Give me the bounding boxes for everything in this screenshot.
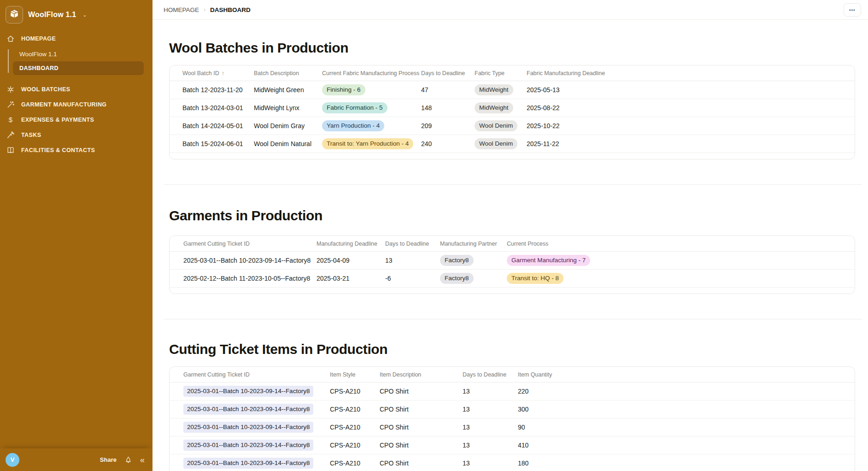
column-header-days-to-deadline[interactable]: Days to Deadline	[463, 371, 518, 378]
item-quantity: 90	[518, 424, 855, 431]
item-quantity: 410	[518, 442, 855, 449]
more-options-button[interactable]: ⋯	[844, 3, 861, 17]
column-header-batch-description[interactable]: Batch Description	[254, 70, 322, 77]
sidebar-item-label: WoolFlow 1.1	[19, 51, 57, 58]
days-to-deadline: 13	[463, 424, 518, 431]
app-logo[interactable]	[6, 6, 23, 24]
batch-description: MidWeight Lynx	[254, 104, 322, 112]
column-header-item-style[interactable]: Item Style	[330, 371, 380, 378]
app-title: WoolFlow 1.1	[28, 11, 76, 19]
item-quantity: 300	[518, 406, 855, 413]
package-box-icon	[9, 9, 19, 21]
main-area: HOMEPAGE › DASHBOARD ⋯ Wool Batches in P…	[152, 0, 868, 471]
table-row[interactable]: 2025-03-01--Batch 10-2023-09-14--Factory…	[170, 454, 855, 471]
table-row[interactable]: 2025-03-01--Batch 10-2023-09-14--Factory…	[170, 252, 855, 270]
app-window: WoolFlow 1.1 ⌄ HOMEPAGE WoolFlow 1.1 DAS…	[0, 0, 868, 471]
sidebar-item-tasks[interactable]: TASKS	[0, 127, 152, 142]
column-header-manufacturing-deadline[interactable]: Manufacturing Deadline	[317, 241, 385, 247]
section-title: Garments in Production	[169, 208, 855, 224]
item-style: CPS-A210	[330, 388, 380, 395]
manufacturing-deadline: 2025-04-09	[317, 257, 385, 264]
item-style: CPS-A210	[330, 424, 380, 431]
column-header-days-to-deadline[interactable]: Days to Deadline	[421, 70, 475, 77]
magic-wand-icon	[6, 100, 15, 109]
garment-cutting-ticket-id: 2025-03-01--Batch 10-2023-09-14--Factory…	[183, 257, 317, 264]
table-row[interactable]: 2025-03-01--Batch 10-2023-09-14--Factory…	[170, 383, 855, 400]
column-header-days-to-deadline[interactable]: Days to Deadline	[385, 241, 440, 247]
wool-batch-id: Batch 12-2023-11-20	[182, 86, 254, 94]
table-row[interactable]: Batch 13-2024-03-01 MidWeight Lynx Fabri…	[170, 99, 855, 117]
home-icon	[6, 35, 15, 43]
sidebar-item-wool-batches[interactable]: WOOL BATCHES	[0, 82, 152, 97]
breadcrumb-separator-icon: ›	[204, 6, 205, 13]
item-description: CPO Shirt	[380, 406, 463, 413]
process-status-badge: Transit to: Yarn Production - 4	[322, 138, 413, 149]
column-header-item-description[interactable]: Item Description	[380, 371, 463, 378]
sidebar-item-dashboard[interactable]: DASHBOARD	[13, 61, 144, 75]
chevron-down-icon: ⌄	[82, 12, 87, 18]
sidebar-footer: V Share «	[0, 448, 152, 471]
breadcrumb-homepage[interactable]: HOMEPAGE	[164, 6, 199, 13]
column-header-cutting-ticket-id[interactable]: Garment Cutting Ticket ID	[183, 241, 317, 247]
column-header-current-process[interactable]: Current Process	[507, 241, 855, 247]
cutting-ticket-relation-chip[interactable]: 2025-03-01--Batch 10-2023-09-14--Factory…	[183, 440, 313, 450]
section-wool-batches: Wool Batches in Production Wool Batch ID…	[169, 20, 855, 159]
fabric-type-badge: Wool Denim	[475, 120, 517, 131]
days-to-deadline: -6	[385, 275, 440, 282]
table-row[interactable]: 2025-02-12--Batch 11-2023-10-05--Factory…	[170, 270, 855, 288]
column-header-manufacturing-partner[interactable]: Manufacturing Partner	[440, 241, 507, 247]
sidebar-item-label: FACILITIES & CONTACTS	[21, 147, 95, 153]
topbar: HOMEPAGE › DASHBOARD ⋯	[152, 0, 868, 20]
table-row[interactable]: 2025-03-01--Batch 10-2023-09-14--Factory…	[170, 418, 855, 436]
table-row[interactable]: 2025-03-01--Batch 10-2023-09-14--Factory…	[170, 400, 855, 418]
column-header-current-process[interactable]: Current Fabric Manufacturing Process	[322, 70, 421, 77]
sidebar-item-homepage[interactable]: HOMEPAGE	[0, 31, 152, 46]
wool-batch-id: Batch 14-2024-05-01	[182, 122, 254, 130]
batch-description: Wool Denim Natural	[254, 140, 322, 147]
notifications-bell-icon[interactable]	[124, 456, 132, 464]
sidebar-item-facilities-contacts[interactable]: FACILITIES & CONTACTS	[0, 142, 152, 158]
fabric-deadline: 2025-11-22	[527, 140, 855, 147]
days-to-deadline: 13	[463, 406, 518, 413]
table-row[interactable]: Batch 15-2024-06-01 Wool Denim Natural T…	[170, 135, 855, 153]
batch-description: Wool Denim Gray	[254, 122, 322, 130]
fabric-deadline: 2025-08-22	[527, 104, 855, 112]
process-status-badge: Garment Manufacturing - 7	[507, 255, 590, 265]
manufacturing-deadline: 2025-03-21	[317, 275, 385, 282]
breadcrumb-dashboard[interactable]: DASHBOARD	[210, 6, 251, 13]
sidebar: WoolFlow 1.1 ⌄ HOMEPAGE WoolFlow 1.1 DAS…	[0, 0, 152, 471]
tree-indent-line	[8, 49, 9, 73]
table-row[interactable]: 2025-03-01--Batch 10-2023-09-14--Factory…	[170, 436, 855, 454]
table-header-row: Garment Cutting Ticket ID Item Style Ite…	[170, 367, 855, 383]
item-description: CPO Shirt	[380, 388, 463, 395]
collapse-sidebar-icon[interactable]: «	[140, 456, 145, 464]
open-book-icon	[6, 146, 15, 154]
table-row[interactable]: Batch 14-2024-05-01 Wool Denim Gray Yarn…	[170, 117, 855, 135]
column-header-wool-batch-id[interactable]: Wool Batch ID ↑	[182, 70, 254, 77]
workspace-switcher[interactable]: WoolFlow 1.1 ⌄	[0, 0, 152, 27]
cutting-ticket-relation-chip[interactable]: 2025-03-01--Batch 10-2023-09-14--Factory…	[183, 386, 313, 396]
column-header-item-quantity[interactable]: Item Quantity	[518, 371, 855, 378]
garment-cutting-ticket-id: 2025-02-12--Batch 11-2023-10-05--Factory…	[183, 275, 317, 282]
cutting-ticket-relation-chip[interactable]: 2025-03-01--Batch 10-2023-09-14--Factory…	[183, 422, 313, 432]
sidebar-item-label: GARMENT MANUFACTURING	[21, 101, 106, 108]
item-style: CPS-A210	[330, 442, 380, 449]
sidebar-item-garment-manufacturing[interactable]: GARMENT MANUFACTURING	[0, 97, 152, 112]
item-description: CPO Shirt	[380, 459, 463, 467]
column-header-cutting-ticket-id[interactable]: Garment Cutting Ticket ID	[183, 371, 330, 378]
spinner-flower-icon	[6, 85, 15, 94]
cutting-ticket-relation-chip[interactable]: 2025-03-01--Batch 10-2023-09-14--Factory…	[183, 458, 313, 468]
cutting-ticket-relation-chip[interactable]: 2025-03-01--Batch 10-2023-09-14--Factory…	[183, 404, 313, 414]
sidebar-item-label: EXPENSES & PAYMENTS	[21, 117, 94, 123]
sort-ascending-icon: ↑	[222, 70, 224, 77]
sidebar-item-expenses-payments[interactable]: $ EXPENSES & PAYMENTS	[0, 112, 152, 127]
column-header-fabric-deadline[interactable]: Fabric Manufacturing Deadline	[527, 70, 855, 77]
table-row[interactable]: Batch 12-2023-11-20 MidWeight Green Fini…	[170, 81, 855, 99]
section-cutting-ticket-items: Cutting Ticket Items in Production Garme…	[169, 319, 855, 471]
user-avatar[interactable]: V	[6, 453, 19, 467]
sidebar-item-woolflow[interactable]: WoolFlow 1.1	[13, 47, 144, 61]
share-button[interactable]: Share	[100, 456, 117, 463]
column-header-fabric-type[interactable]: Fabric Type	[475, 70, 527, 77]
table-header-row: Wool Batch ID ↑ Batch Description Curren…	[170, 65, 855, 81]
days-to-deadline: 13	[385, 257, 440, 264]
